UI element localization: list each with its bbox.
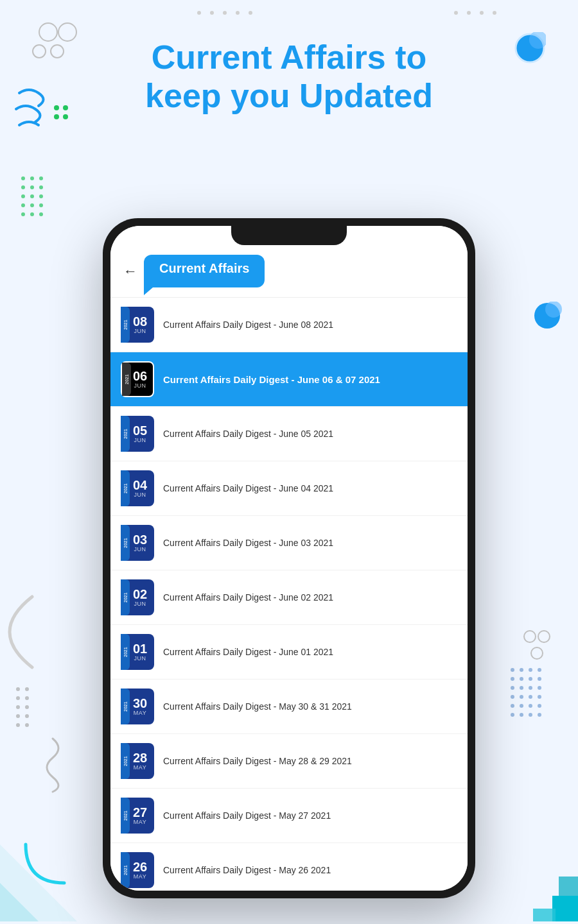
- svg-point-17: [30, 212, 34, 216]
- decor-dots-bottom-left: [13, 684, 45, 738]
- svg-point-44: [511, 704, 514, 708]
- date-badge: 2021 08 JUN: [121, 307, 154, 343]
- phone-outer: ← Current Affairs 2021 08 JUN Current Af…: [103, 218, 475, 898]
- list-item[interactable]: 2021 26 MAY Current Affairs Daily Digest…: [110, 843, 468, 891]
- svg-point-6: [39, 176, 43, 180]
- list-item[interactable]: 2021 03 JUN Current Affairs Daily Digest…: [110, 516, 468, 570]
- svg-point-10: [21, 194, 25, 198]
- svg-point-8: [30, 185, 34, 189]
- list-item[interactable]: 2021 08 JUN Current Affairs Daily Digest…: [110, 298, 468, 352]
- list-item[interactable]: 2021 06 JUN Current Affairs Daily Digest…: [110, 352, 468, 407]
- item-text: Current Affairs Daily Digest - May 28 & …: [163, 756, 457, 766]
- date-badge: 2021 05 JUN: [121, 416, 154, 452]
- svg-point-36: [511, 686, 514, 690]
- svg-point-38: [529, 686, 532, 690]
- svg-point-9: [39, 185, 43, 189]
- svg-point-14: [30, 203, 34, 207]
- svg-point-18: [39, 212, 43, 216]
- date-month: JUN: [134, 492, 146, 498]
- date-badge: 2021 30 MAY: [121, 689, 154, 724]
- list-item[interactable]: 2021 04 JUN Current Affairs Daily Digest…: [110, 461, 468, 516]
- year-strip: 2021: [121, 307, 130, 343]
- svg-point-63: [25, 696, 29, 700]
- decor-circles-mid-right2: [517, 629, 556, 667]
- svg-point-42: [529, 695, 532, 699]
- phone-mockup: ← Current Affairs 2021 08 JUN Current Af…: [103, 218, 475, 898]
- date-badge: 2021 01 JUN: [121, 634, 154, 670]
- svg-point-60: [16, 687, 20, 691]
- svg-point-52: [524, 631, 536, 642]
- svg-rect-58: [533, 909, 556, 921]
- date-number: 27: [133, 806, 147, 819]
- svg-rect-59: [559, 877, 578, 896]
- svg-point-53: [538, 631, 550, 642]
- svg-point-54: [531, 647, 543, 659]
- year-strip: 2021: [121, 743, 130, 779]
- item-text: Current Affairs Daily Digest - June 05 2…: [163, 429, 457, 439]
- decor-left-curve: [0, 590, 39, 676]
- svg-point-37: [520, 686, 523, 690]
- item-text: Current Affairs Daily Digest - June 06 &…: [163, 374, 457, 385]
- list-item[interactable]: 2021 01 JUN Current Affairs Daily Digest…: [110, 625, 468, 680]
- year-strip: 2021: [122, 363, 131, 396]
- svg-point-27: [545, 302, 562, 318]
- item-text: Current Affairs Daily Digest - June 02 2…: [163, 592, 457, 603]
- svg-point-5: [30, 176, 34, 180]
- svg-point-32: [511, 677, 514, 681]
- date-month: MAY: [134, 710, 146, 716]
- date-number: 02: [133, 588, 147, 601]
- date-month: JUN: [134, 546, 146, 552]
- svg-point-45: [520, 704, 523, 708]
- year-strip: 2021: [121, 852, 130, 888]
- list-item[interactable]: 2021 02 JUN Current Affairs Daily Digest…: [110, 570, 468, 625]
- list-item[interactable]: 2021 27 MAY Current Affairs Daily Digest…: [110, 789, 468, 843]
- svg-point-29: [520, 668, 523, 672]
- list-item[interactable]: 2021 30 MAY Current Affairs Daily Digest…: [110, 680, 468, 734]
- svg-point-12: [39, 194, 43, 198]
- date-month: MAY: [134, 819, 146, 825]
- svg-point-69: [25, 723, 29, 727]
- headline: Current Affairs to keep you Updated: [39, 38, 539, 116]
- decor-dots-right: [507, 665, 559, 725]
- svg-point-64: [16, 705, 20, 709]
- svg-point-48: [511, 713, 514, 717]
- date-badge: 2021 06 JUN: [121, 361, 154, 397]
- svg-point-26: [534, 303, 560, 329]
- back-button[interactable]: ←: [123, 263, 137, 280]
- svg-point-49: [520, 713, 523, 717]
- list-item[interactable]: 2021 28 MAY Current Affairs Daily Digest…: [110, 734, 468, 789]
- date-number: 08: [133, 315, 147, 328]
- decor-circle-mid-right: [533, 302, 562, 333]
- date-number: 04: [133, 479, 147, 492]
- svg-point-47: [538, 704, 541, 708]
- item-text: Current Affairs Daily Digest - May 26 20…: [163, 865, 457, 875]
- svg-marker-55: [0, 844, 77, 921]
- date-number: 28: [133, 751, 147, 764]
- year-strip: 2021: [121, 525, 130, 561]
- item-text: Current Affairs Daily Digest - May 27 20…: [163, 810, 457, 821]
- decor-cyan-arc: [19, 838, 71, 892]
- date-number: 30: [133, 697, 147, 710]
- item-text: Current Affairs Daily Digest - June 04 2…: [163, 483, 457, 493]
- header-title: Current Affairs: [159, 261, 249, 275]
- svg-point-41: [520, 695, 523, 699]
- svg-point-46: [529, 704, 532, 708]
- date-number: 06: [133, 370, 147, 382]
- svg-point-34: [529, 677, 532, 681]
- svg-point-39: [538, 686, 541, 690]
- decor-teal-steps: [520, 851, 578, 924]
- date-month: JUN: [134, 655, 146, 662]
- svg-point-66: [16, 714, 20, 718]
- date-number: 01: [133, 642, 147, 655]
- date-number: 03: [133, 533, 147, 546]
- list-item[interactable]: 2021 05 JUN Current Affairs Daily Digest…: [110, 407, 468, 461]
- date-number: 05: [133, 424, 147, 437]
- svg-point-33: [520, 677, 523, 681]
- date-number: 26: [133, 860, 147, 873]
- date-badge: 2021 04 JUN: [121, 470, 154, 506]
- svg-point-28: [511, 668, 514, 672]
- date-badge: 2021 02 JUN: [121, 579, 154, 615]
- svg-point-65: [25, 705, 29, 709]
- phone-notch: [231, 226, 347, 245]
- svg-point-30: [529, 668, 532, 672]
